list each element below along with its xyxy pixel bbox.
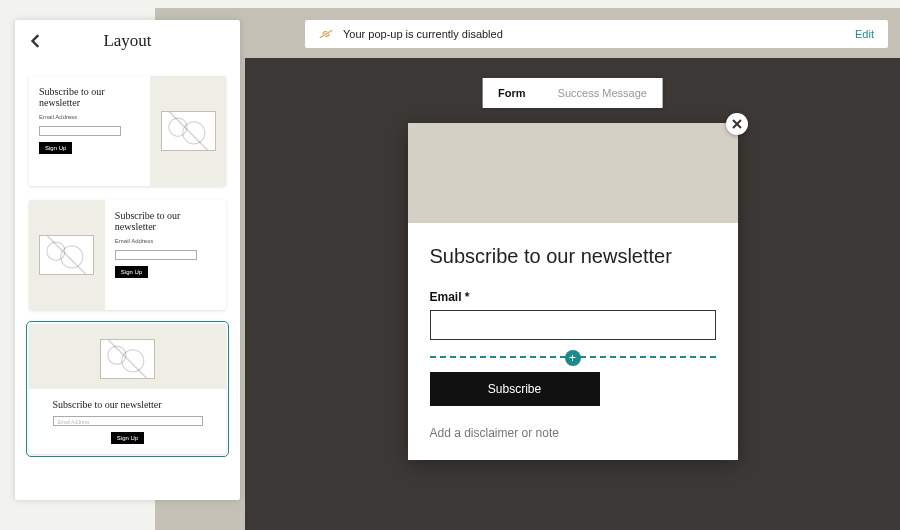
layout-panel: Layout Subscribe to our newsletter Email… [15,20,240,500]
edit-link[interactable]: Edit [855,28,874,40]
card-sublabel: Email Address [115,238,216,244]
card-title: Subscribe to our newsletter [115,210,216,232]
close-icon[interactable] [726,113,748,135]
field-label: Email * [430,290,716,304]
panel-title: Layout [103,31,151,51]
popup-image-placeholder[interactable] [408,123,738,223]
preview-tabs: Form Success Message [482,78,663,108]
insert-block-line: + [430,356,716,358]
layout-option-image-top[interactable]: Subscribe to our newsletter Email Addres… [29,324,226,454]
popup-preview: Subscribe to our newsletter Email * + Su… [408,123,738,460]
card-button-preview: Sign Up [115,266,148,278]
layout-option-image-left[interactable]: Subscribe to our newsletter Email Addres… [29,200,226,310]
card-title: Subscribe to our newsletter [53,399,203,410]
card-input-preview [39,126,121,136]
placeholder-image-icon [100,339,155,379]
status-message: Your pop-up is currently disabled [343,28,503,40]
back-button[interactable] [29,20,43,62]
panel-header: Layout [15,20,240,62]
popup-heading[interactable]: Subscribe to our newsletter [430,245,716,268]
card-sublabel: Email Address [39,114,140,120]
layout-option-image-right[interactable]: Subscribe to our newsletter Email Addres… [29,76,226,186]
tab-success-message[interactable]: Success Message [542,78,663,108]
card-button-preview: Sign Up [39,142,72,154]
card-title: Subscribe to our newsletter [39,86,140,108]
subscribe-button[interactable]: Subscribe [430,372,600,406]
card-input-preview: Email Address [53,416,203,426]
required-mark: * [465,290,470,304]
canvas: Your pop-up is currently disabled Edit F… [155,8,900,530]
card-button-preview: Sign Up [111,432,144,444]
tab-form[interactable]: Form [482,78,542,108]
layout-options: Subscribe to our newsletter Email Addres… [15,62,240,500]
card-input-preview [115,250,197,260]
page-backdrop: Form Success Message Subscribe to our ne… [245,58,900,530]
placeholder-image-icon [161,111,216,151]
disclaimer-text[interactable]: Add a disclaimer or note [430,426,716,440]
email-input[interactable] [430,310,716,340]
status-bar: Your pop-up is currently disabled Edit [305,20,888,48]
placeholder-image-icon [39,235,94,275]
unlink-icon [319,29,333,39]
add-block-icon[interactable]: + [565,350,581,366]
